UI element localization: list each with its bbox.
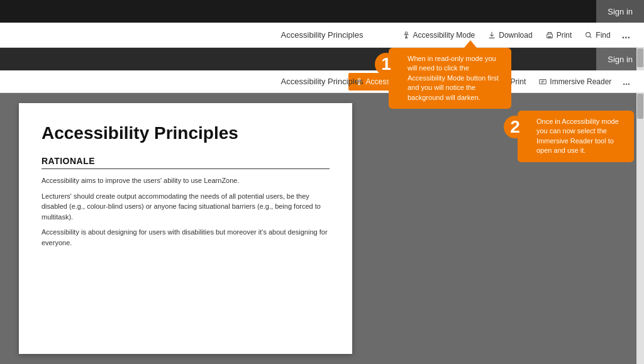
search-icon-top [584, 31, 593, 40]
document-paragraph-3: Accessibility is about designing for use… [42, 227, 330, 248]
document-paragraph-1: Accessibility aims to improve the users'… [42, 175, 330, 186]
svg-rect-7 [540, 79, 547, 84]
document-page: Accessibility Principles Rationale Acces… [19, 103, 352, 354]
tooltip-1: 1 When in read-only mode you will need t… [389, 48, 511, 109]
scrollbar-thumb-top [637, 48, 643, 67]
second-bar: Sign in [0, 48, 644, 70]
tooltip-bubble-2: 2 Once in Accessibility mode you can now… [518, 111, 634, 162]
document-section-title: Rationale [42, 156, 330, 169]
document-paragraph-2: Lecturers' should create output accommod… [42, 191, 330, 223]
find-button-top[interactable]: Find [579, 28, 615, 42]
tooltip-arrow-1 [464, 40, 477, 48]
toolbar-top: Accessibility Principles Accessibility M… [0, 23, 644, 48]
tooltip-number-1: 1 [375, 53, 397, 75]
download-icon-top [487, 31, 496, 40]
more-options-second[interactable]: ... [619, 74, 634, 89]
document-main-title: Accessibility Principles [42, 123, 330, 143]
immersive-reader-icon [538, 77, 547, 86]
immersive-reader-button[interactable]: Immersive Reader [533, 75, 616, 89]
svg-point-0 [405, 31, 408, 34]
tooltip-text-2: Once in Accessibility mode you can now s… [525, 117, 626, 156]
tooltip-number-2: 2 [504, 116, 526, 138]
main-scrollbar[interactable] [636, 93, 644, 364]
main-scrollbar-thumb [637, 94, 643, 119]
toolbar-actions-top: Accessibility Mode Download Print Find .… [397, 27, 634, 43]
print-button-top[interactable]: Print [540, 28, 577, 42]
tooltip-text-1: When in read-only mode you will need to … [396, 54, 504, 102]
more-options-top[interactable]: ... [618, 27, 634, 43]
top-bar: Sign in [0, 0, 644, 23]
svg-rect-2 [548, 36, 551, 37]
download-button-top[interactable]: Download [482, 28, 537, 42]
document-title-top: Accessibility Principles [281, 30, 364, 40]
accessibility-icon-top [402, 31, 411, 40]
svg-point-3 [586, 32, 591, 36]
document-title-second: Accessibility Principles [281, 77, 364, 86]
print-icon-top [545, 31, 554, 40]
toolbar-second: Accessibility Principles Accessibility M… [0, 70, 644, 93]
tooltip-2: 2 Once in Accessibility mode you can now… [518, 111, 634, 162]
tooltip-bubble-1: 1 When in read-only mode you will need t… [389, 48, 511, 109]
main-content: Accessibility Principles Rationale Acces… [0, 93, 644, 364]
sign-in-button-top[interactable]: Sign in [596, 0, 644, 23]
